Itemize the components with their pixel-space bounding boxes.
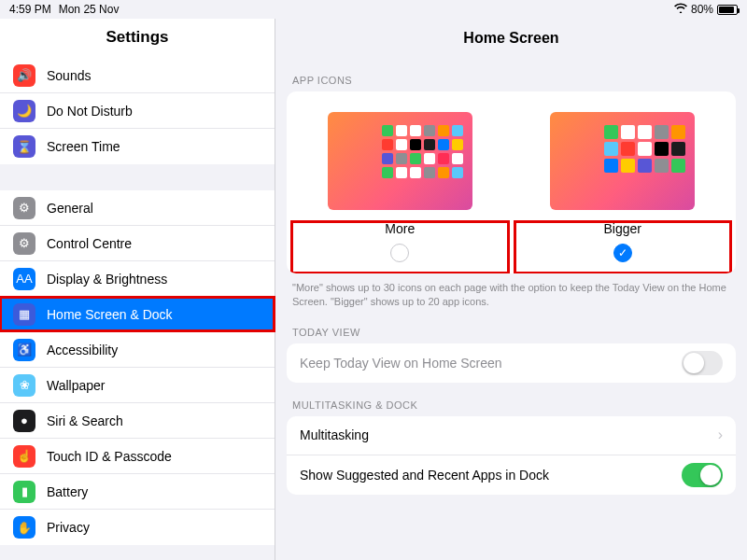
row-multitasking[interactable]: Multitasking › [287,416,736,455]
sidebar-item-label: Do Not Disturb [47,104,133,119]
chevron-right-icon: › [718,427,723,443]
row-keep-today-view[interactable]: Keep Today View on Home Screen [287,343,736,383]
page-title: Home Screen [287,19,736,58]
sidebar-item-label: Control Centre [47,236,132,251]
do-not-disturb-icon: 🌙 [13,100,35,122]
sidebar-item-siri-search[interactable]: ●Siri & Search [0,403,275,439]
sidebar-item-label: Home Screen & Dock [47,307,173,322]
sidebar-item-touch-id-passcode[interactable]: ☝Touch ID & Passcode [0,439,275,474]
keep-today-view-label: Keep Today View on Home Screen [300,356,502,371]
option-bigger[interactable]: Bigger ✓ [521,112,726,262]
sidebar-item-display-brightness[interactable]: AADisplay & Brightness [0,261,275,297]
display-brightness-icon: AA [13,268,35,290]
battery-icon: ▮ [13,481,35,503]
sidebar-item-label: Touch ID & Passcode [47,449,172,464]
siri-search-icon: ● [13,410,35,432]
sidebar-item-label: Display & Brightness [47,272,167,287]
control-centre-icon: ⚙ [13,232,35,255]
general-icon: ⚙ [13,197,35,219]
preview-bigger [550,112,695,210]
section-app-icons-label: APP ICONS [287,58,736,91]
radio-more[interactable] [390,244,409,262]
status-bar: 4:59 PM Mon 25 Nov 80% [0,0,747,19]
option-bigger-label: Bigger [604,221,641,236]
sidebar-item-sounds[interactable]: 🔊Sounds [0,58,275,93]
sidebar-item-label: Siri & Search [47,413,123,428]
sidebar-item-battery[interactable]: ▮Battery [0,474,275,510]
sidebar-item-label: Sounds [47,68,91,83]
privacy-icon: ✋ [13,516,35,539]
settings-sidebar: Settings 🔊Sounds🌙Do Not Disturb⌛Screen T… [0,19,275,560]
row-suggested-apps[interactable]: Show Suggested and Recent Apps in Dock [287,455,736,495]
sidebar-item-general[interactable]: ⚙General [0,190,275,226]
sidebar-item-label: General [47,201,93,216]
sidebar-item-accessibility[interactable]: ♿Accessibility [0,332,275,368]
app-icons-footnote: "More" shows up to 30 icons on each page… [287,273,736,310]
preview-more [328,112,472,210]
sidebar-item-label: Privacy [47,520,90,535]
battery-percent: 80% [691,3,713,16]
main-panel: Home Screen APP ICONS More Bigger [275,19,747,560]
sidebar-item-label: Screen Time [47,139,120,154]
screen-time-icon: ⌛ [13,135,35,158]
option-more[interactable]: More [298,112,502,262]
accessibility-icon: ♿ [13,339,35,361]
sidebar-item-label: Wallpaper [47,378,106,393]
sidebar-item-label: Battery [47,484,88,499]
sidebar-item-control-centre[interactable]: ⚙Control Centre [0,226,275,261]
section-multitasking-label: MULTITASKING & DOCK [287,383,736,416]
touch-id-passcode-icon: ☝ [13,445,35,468]
status-time: 4:59 PM [9,3,51,16]
sidebar-item-privacy[interactable]: ✋Privacy [0,510,275,545]
status-date: Mon 25 Nov [59,3,120,16]
option-more-label: More [385,221,415,236]
toggle-suggested-apps[interactable] [682,463,723,487]
sidebar-item-do-not-disturb[interactable]: 🌙Do Not Disturb [0,93,275,129]
suggested-apps-label: Show Suggested and Recent Apps in Dock [300,468,549,483]
toggle-today-view[interactable] [682,351,723,375]
sidebar-item-wallpaper[interactable]: ❀Wallpaper [0,368,275,403]
wallpaper-icon: ❀ [13,374,35,397]
battery-icon [717,5,738,15]
sidebar-item-label: Accessibility [47,343,118,357]
multitasking-label: Multitasking [300,427,369,442]
home-screen-dock-icon: ▦ [13,303,35,326]
app-icons-card: More Bigger ✓ [287,91,736,273]
sounds-icon: 🔊 [13,64,35,87]
sidebar-title: Settings [0,19,275,58]
wifi-icon [674,3,687,16]
radio-bigger[interactable]: ✓ [613,244,632,262]
sidebar-item-home-screen-dock[interactable]: ▦Home Screen & Dock [0,297,275,332]
sidebar-item-screen-time[interactable]: ⌛Screen Time [0,129,275,164]
section-today-label: TODAY VIEW [287,310,736,343]
